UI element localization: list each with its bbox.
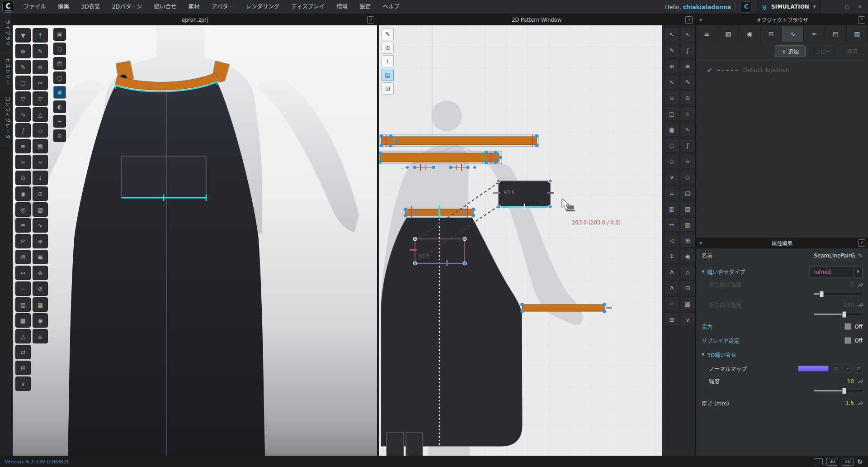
layout-icon[interactable]: ⊞ bbox=[15, 361, 31, 375]
sew-segment-icon[interactable]: ∿ bbox=[15, 107, 31, 122]
tension-checkbox[interactable] bbox=[844, 323, 851, 330]
trim-icon[interactable]: ✂ bbox=[15, 234, 31, 248]
sew-free-2d-icon[interactable]: ∫ bbox=[680, 43, 695, 57]
menu-environment[interactable]: 環境 bbox=[330, 0, 354, 14]
fold-garment-icon[interactable]: ▨ bbox=[33, 202, 48, 217]
pleats-icon[interactable]: ▥ bbox=[680, 217, 695, 232]
halfbody-toggle-icon[interactable]: ◐ bbox=[53, 100, 66, 113]
tab-history[interactable]: ヒストリー bbox=[0, 52, 12, 91]
fold-strength-slider[interactable] bbox=[814, 291, 863, 296]
sew-segment-2d-icon[interactable]: ∿ bbox=[680, 27, 695, 42]
collapse-2d-icon[interactable]: ∨ bbox=[680, 312, 695, 327]
wind-icon[interactable]: ≈ bbox=[33, 155, 48, 169]
sew-edit-icon[interactable]: ✎ bbox=[33, 44, 48, 58]
sublayer-checkbox[interactable] bbox=[844, 337, 851, 344]
collapse-panel-icon[interactable]: ◆ bbox=[699, 241, 703, 245]
garment-fit-icon[interactable]: ◇ bbox=[33, 123, 48, 138]
clo-account-icon[interactable]: C bbox=[741, 1, 752, 13]
zipper-icon[interactable]: ≡ bbox=[15, 218, 31, 233]
pose-walk-icon[interactable]: ↑ bbox=[33, 28, 48, 43]
wrench-icon[interactable] bbox=[857, 400, 863, 406]
topstitch-edit-icon[interactable]: ≡ bbox=[680, 106, 695, 121]
stitch-view-icon[interactable]: ∿ bbox=[33, 218, 48, 233]
texture-icon[interactable]: ▦ bbox=[15, 313, 31, 328]
rectangle-icon[interactable]: ▣ bbox=[664, 122, 679, 137]
deactivate-icon[interactable]: ⊘ bbox=[33, 281, 48, 296]
dart-icon[interactable]: ◇ bbox=[664, 154, 679, 168]
garment-sew-icon[interactable]: ⊗ bbox=[33, 60, 48, 74]
tape-toggle-icon[interactable]: − bbox=[53, 115, 66, 128]
viewport-3d-canvas[interactable]: ▼⊕✎▢▽∿∫≋≈⊙◉◎≡✂▤↔−▥▦△⇄⊞∨ ↑✎⊗✂▽△◇▤≈↓⊙▨∿⊕▣⊛… bbox=[13, 25, 377, 456]
normal-map-swatch[interactable] bbox=[798, 366, 829, 372]
transform-2d-icon[interactable]: ↖ bbox=[664, 27, 679, 42]
info-display-icon[interactable]: i bbox=[382, 55, 394, 67]
measure-icon[interactable]: ↔ bbox=[15, 266, 31, 280]
elastic-icon[interactable]: ▤ bbox=[680, 186, 695, 200]
popout-icon[interactable]: ↗ bbox=[858, 16, 865, 24]
garment-cut-icon[interactable]: ✂ bbox=[33, 76, 48, 90]
print-layout-icon[interactable]: ⊟ bbox=[680, 281, 695, 295]
grading-icon[interactable]: △ bbox=[15, 329, 31, 343]
menu-2d-pattern[interactable]: 2Dパターン bbox=[106, 0, 148, 14]
menu-edit[interactable]: 編集 bbox=[52, 0, 75, 14]
layers-display-icon[interactable]: ▤ bbox=[382, 69, 394, 81]
triangle-down-icon[interactable]: ▼ bbox=[702, 270, 704, 274]
sew-check-icon[interactable]: ⊙ bbox=[680, 91, 695, 105]
eye-display-icon[interactable]: ⊙ bbox=[382, 42, 394, 54]
curve-point-icon[interactable]: ∪ bbox=[664, 91, 679, 105]
menu-rendering[interactable]: レンダリング bbox=[240, 0, 285, 14]
pen-display-icon[interactable]: ✎ bbox=[382, 28, 394, 40]
garment-move-icon[interactable]: △ bbox=[33, 107, 48, 122]
edit-name-icon[interactable]: ✎ bbox=[858, 253, 863, 259]
menu-settings[interactable]: 設定 bbox=[354, 0, 377, 14]
strength-slider[interactable] bbox=[814, 388, 863, 393]
menu-help[interactable]: ヘルプ bbox=[377, 0, 406, 14]
uv-view-icon[interactable]: ◉ bbox=[33, 313, 48, 328]
maximize-button[interactable]: ▢ bbox=[842, 3, 853, 11]
pin-icon[interactable]: ▽ bbox=[15, 91, 31, 106]
view-3d-button[interactable]: 3D bbox=[826, 458, 838, 466]
add-point-icon[interactable]: ⊕ bbox=[664, 59, 679, 73]
garment-select-icon[interactable]: ▽ bbox=[33, 91, 48, 106]
close-button[interactable]: × bbox=[854, 3, 865, 11]
username[interactable]: chiakialadonna bbox=[683, 4, 731, 10]
ruler-icon[interactable]: ⊟ bbox=[664, 312, 679, 327]
pattern-2d-canvas[interactable]: 93.6 93.6 203.0 bbox=[379, 25, 663, 456]
collapse-tools-icon[interactable]: ∨ bbox=[15, 376, 31, 391]
garment-toggle-icon[interactable]: ◉ bbox=[53, 86, 66, 99]
sew-mn-icon[interactable]: ≋ bbox=[15, 139, 31, 153]
grade-rule-icon[interactable]: △ bbox=[680, 265, 695, 279]
steam-icon[interactable]: ≈ bbox=[15, 155, 31, 169]
pocket-seam-3d[interactable] bbox=[122, 156, 206, 201]
open-file-icon[interactable]: ↗ bbox=[843, 365, 851, 373]
symmetry-icon[interactable]: ↔ bbox=[664, 217, 679, 232]
menu-3d-garment[interactable]: 3D衣装 bbox=[75, 0, 106, 14]
seam-allowance-icon[interactable]: ≡ bbox=[664, 186, 679, 200]
shirring-icon[interactable]: ▨ bbox=[680, 201, 695, 216]
avatar-toggle-icon[interactable]: ○ bbox=[53, 43, 66, 55]
unfold-icon[interactable]: ◁ bbox=[664, 233, 679, 248]
seam-type-select[interactable]: Turned ▼ bbox=[809, 267, 863, 277]
globe-toggle-icon[interactable]: ⊕ bbox=[53, 129, 66, 142]
buttonhole-icon[interactable]: ◎ bbox=[15, 202, 31, 217]
circle-icon[interactable]: ○ bbox=[664, 138, 679, 152]
sync-icon[interactable]: ↻ bbox=[857, 458, 863, 465]
remove-map-icon[interactable]: ⊟ bbox=[854, 365, 863, 373]
mesh-view-icon[interactable]: ▦ bbox=[33, 297, 48, 312]
wrench-icon[interactable] bbox=[857, 282, 863, 287]
add-button[interactable]: + 追加 bbox=[775, 45, 806, 57]
pocket-pattern-piece[interactable]: 93.6 203.0 bbox=[493, 179, 554, 210]
buttonhole-tab-icon[interactable]: ⊟ bbox=[761, 26, 783, 42]
pressure-icon[interactable]: ⊕ bbox=[33, 234, 48, 248]
tape-icon[interactable]: − bbox=[15, 281, 31, 296]
view-2d-button[interactable]: 2D bbox=[842, 458, 854, 466]
simulate-icon[interactable]: ▼ bbox=[15, 28, 31, 43]
gravity-icon[interactable]: ↓ bbox=[33, 171, 48, 185]
annotation-icon[interactable]: A bbox=[664, 265, 679, 279]
popout-icon[interactable]: ↗ bbox=[858, 239, 865, 247]
texture-2d-icon[interactable]: ▦ bbox=[680, 296, 695, 311]
split-view-button[interactable] bbox=[814, 458, 823, 465]
grainline-icon[interactable]: ↕ bbox=[664, 249, 679, 263]
copy-button[interactable]: コピー bbox=[808, 45, 838, 57]
trim-tab-icon[interactable]: ▤ bbox=[825, 26, 847, 42]
